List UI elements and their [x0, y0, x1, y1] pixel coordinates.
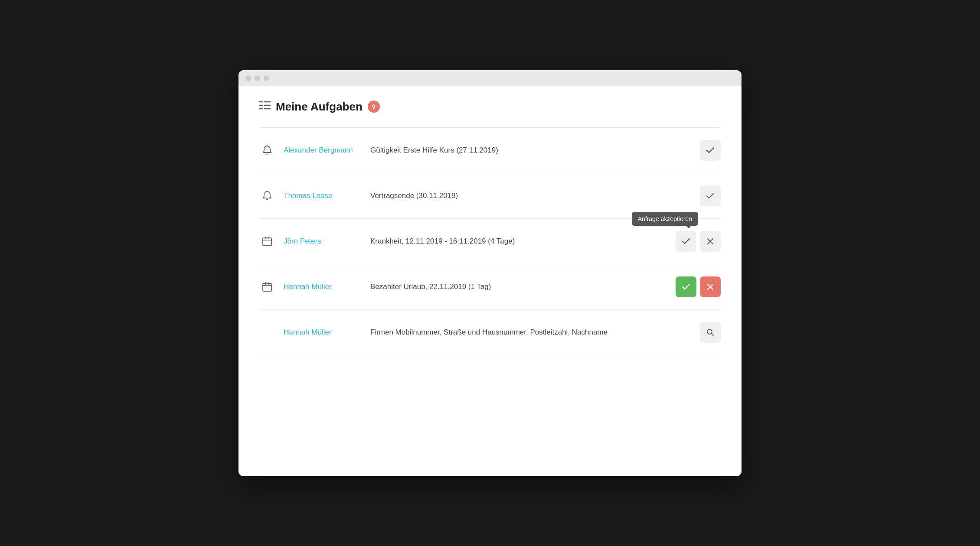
- task-description: Firmen Mobilnummer, Straße und Hausnumme…: [370, 328, 691, 337]
- task-list: Alexander BergmannGültigkeit Erste Hilfe…: [259, 127, 721, 355]
- check-button[interactable]: [700, 140, 721, 161]
- task-actions: [700, 322, 721, 343]
- browser-content: Meine Aufgaben 9 Alexander BergmannGülti…: [238, 86, 742, 476]
- task-row: Hannah MüllerFirmen Mobilnummer, Straße …: [259, 310, 721, 355]
- task-description: Gültigkeit Erste Hilfe Kurs (27.11.2019): [370, 146, 691, 155]
- task-person-name[interactable]: Thomas Loose: [284, 192, 362, 200]
- task-row: Hannah MüllerBezahlter Urlaub, 22.11.201…: [259, 264, 721, 310]
- svg-rect-12: [263, 283, 271, 291]
- check-button[interactable]: [676, 231, 696, 252]
- reject-button[interactable]: [700, 276, 721, 297]
- task-count-badge: 9: [368, 101, 380, 113]
- task-row: Jörn PetersKrankheit, 12.11.2019 - 16.11…: [259, 219, 721, 264]
- task-actions: [700, 140, 721, 161]
- page-header: Meine Aufgaben 9: [259, 100, 721, 114]
- task-description: Krankheit, 12.11.2019 - 16.11.2019 (4 Ta…: [370, 237, 667, 246]
- svg-point-16: [707, 329, 712, 334]
- traffic-light-green: [264, 75, 269, 81]
- bell-icon: [259, 191, 275, 201]
- accept-button[interactable]: [676, 276, 696, 297]
- check-button[interactable]: [700, 185, 721, 206]
- calendar-icon: [259, 237, 275, 246]
- tooltip: Anfrage akzeptieren: [632, 212, 698, 226]
- svg-point-7: [267, 191, 268, 192]
- tasks-list-icon: [259, 101, 271, 113]
- bell-icon: [259, 145, 275, 156]
- task-person-name[interactable]: Hannah Müller: [284, 283, 362, 291]
- traffic-light-red: [245, 75, 251, 81]
- task-actions: [700, 185, 721, 206]
- task-description: Bezahlter Urlaub, 22.11.2019 (1 Tag): [370, 283, 667, 291]
- calendar-icon: [259, 282, 275, 292]
- task-person-name[interactable]: Hannah Müller: [284, 328, 362, 337]
- reject-button[interactable]: [700, 231, 721, 252]
- svg-point-6: [267, 145, 268, 146]
- task-description: Vertragsende (30.11.2019): [370, 192, 691, 200]
- search-button[interactable]: [700, 322, 721, 343]
- page-title: Meine Aufgaben: [276, 100, 363, 114]
- browser-window: Meine Aufgaben 9 Alexander BergmannGülti…: [238, 70, 742, 476]
- traffic-light-yellow: [255, 75, 260, 81]
- task-actions: [676, 276, 721, 297]
- task-person-name[interactable]: Alexander Bergmann: [284, 146, 362, 155]
- task-actions: Anfrage akzeptieren: [676, 231, 721, 252]
- browser-titlebar: [238, 70, 742, 86]
- svg-rect-8: [263, 238, 271, 246]
- task-person-name[interactable]: Jörn Peters: [284, 237, 362, 246]
- task-row: Alexander BergmannGültigkeit Erste Hilfe…: [259, 128, 721, 173]
